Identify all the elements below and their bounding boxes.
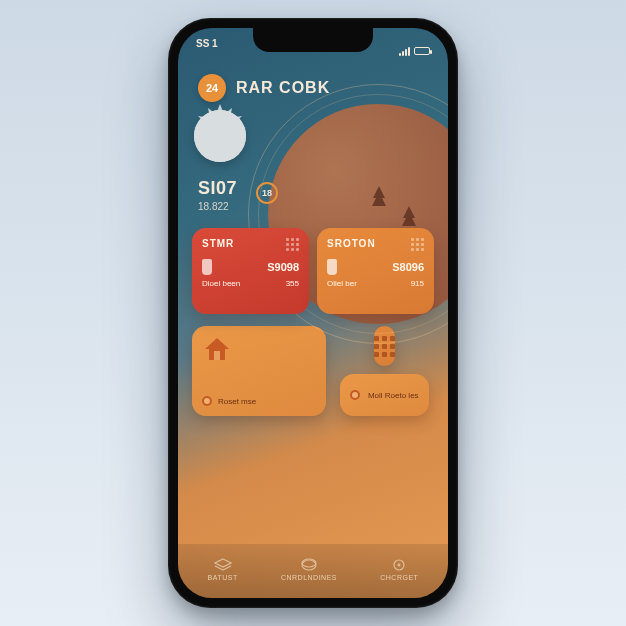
screen: SS 1 24 RAR COBK <box>178 28 448 598</box>
tile-small[interactable]: Moll Roeto les <box>340 374 429 416</box>
hero: 24 RAR COBK <box>178 64 448 108</box>
status-right <box>399 38 430 64</box>
tile-home-label: Roset mse <box>218 397 256 406</box>
svg-point-2 <box>302 560 316 570</box>
hero-badge[interactable]: 24 <box>198 74 226 102</box>
bottle-icon <box>202 259 212 275</box>
card-sroton-title: SROTON <box>327 238 424 249</box>
coin-icon <box>300 558 318 572</box>
grid-icon <box>374 336 395 357</box>
signal-icon <box>399 47 410 56</box>
page-title: RAR COBK <box>236 79 330 97</box>
tab-center[interactable]: Cnrdlndines <box>281 558 337 581</box>
card-sroton-label1: Oliel ber <box>327 279 357 288</box>
card-stmr-amount: S9098 <box>267 261 299 273</box>
card-stmr-title: STMR <box>202 238 299 249</box>
card-stmr-label2: 355 <box>286 279 299 288</box>
tab-label: CHCRGET <box>380 574 418 581</box>
tile-home[interactable]: Roset mse <box>192 326 326 416</box>
tab-chcrget[interactable]: CHCRGET <box>380 558 418 581</box>
tab-batust[interactable]: BATUST <box>208 558 238 581</box>
status-time: SS 1 <box>196 38 218 64</box>
grid-icon <box>286 238 299 251</box>
card-sroton[interactable]: SROTON S8096 Oliel ber 915 <box>317 228 434 314</box>
disc-icon <box>390 558 408 572</box>
notch <box>253 28 373 52</box>
tile-small-label: Moll Roeto les <box>368 391 419 400</box>
svg-point-5 <box>398 563 401 566</box>
summary-chip[interactable]: 18 <box>256 182 278 204</box>
summary-sub: 18.822 <box>198 201 428 212</box>
summary: SI07 18.822 18 <box>178 108 448 220</box>
svg-rect-1 <box>214 351 220 360</box>
bottle-icon <box>327 259 337 275</box>
grid-icon <box>411 238 424 251</box>
card-sroton-amount: S8096 <box>392 261 424 273</box>
battery-icon <box>414 47 430 55</box>
card-stmr[interactable]: STMR S9098 Dioel been 355 <box>192 228 309 314</box>
radio-icon <box>202 396 212 406</box>
summary-value: SI07 <box>198 178 428 199</box>
tab-label: Cnrdlndines <box>281 574 337 581</box>
house-icon <box>202 336 232 362</box>
radio-icon <box>350 390 360 400</box>
layers-icon <box>214 558 232 572</box>
card-stmr-label1: Dioel been <box>202 279 240 288</box>
phone-frame: SS 1 24 RAR COBK <box>168 18 458 608</box>
tab-bar: BATUST Cnrdlndines CHCRGET <box>178 544 448 598</box>
card-sroton-label2: 915 <box>411 279 424 288</box>
tab-label: BATUST <box>208 574 238 581</box>
